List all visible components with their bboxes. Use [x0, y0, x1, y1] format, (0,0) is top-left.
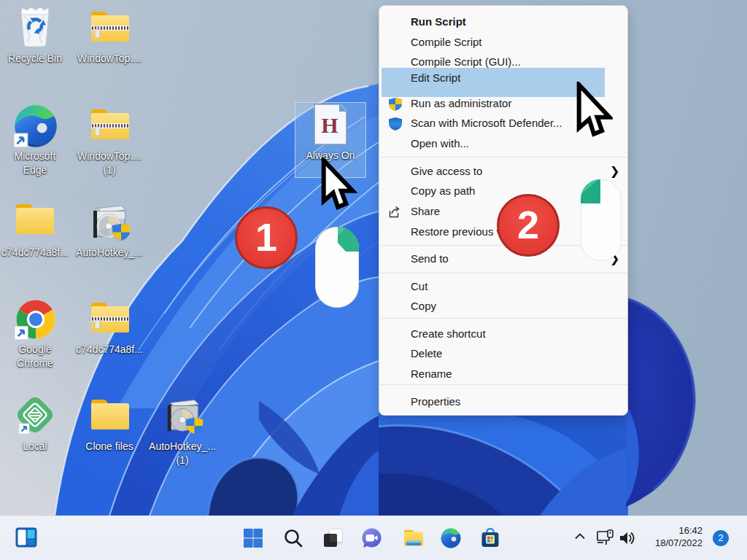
svg-text:H: H [321, 113, 338, 137]
